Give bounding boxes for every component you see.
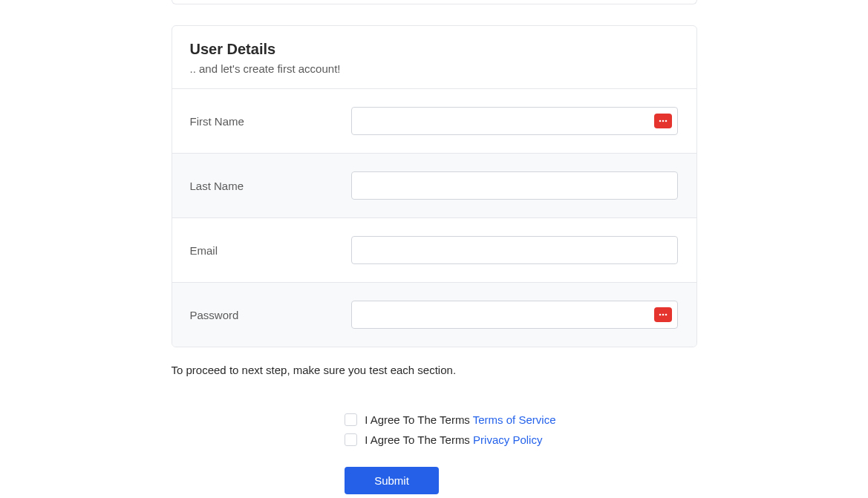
label-last-name: Last Name xyxy=(190,180,351,192)
password-manager-icon[interactable] xyxy=(654,114,672,128)
svg-point-5 xyxy=(665,314,668,316)
svg-point-4 xyxy=(662,314,665,316)
svg-point-1 xyxy=(662,120,665,122)
row-email: Email xyxy=(172,218,696,283)
agreement-privacy-label: I Agree To The Terms Privacy Policy xyxy=(365,433,542,446)
input-email[interactable] xyxy=(351,236,679,264)
card-header: User Details .. and let's create first a… xyxy=(172,26,696,89)
row-last-name: Last Name xyxy=(172,154,696,218)
row-first-name: First Name xyxy=(172,89,696,154)
svg-point-3 xyxy=(659,314,662,316)
label-password: Password xyxy=(190,309,351,321)
hint-text: To proceed to next step, make sure you t… xyxy=(172,364,697,376)
label-email: Email xyxy=(190,244,351,257)
svg-point-2 xyxy=(665,120,668,122)
svg-point-0 xyxy=(659,120,662,122)
checkbox-privacy[interactable] xyxy=(345,433,357,446)
link-privacy-policy[interactable]: Privacy Policy xyxy=(473,433,542,446)
submit-button[interactable]: Submit xyxy=(345,467,439,494)
card-subtitle: .. and let's create first account! xyxy=(190,62,679,75)
agreement-privacy-prefix: I Agree To The Terms xyxy=(365,433,473,446)
password-manager-icon[interactable] xyxy=(654,307,672,322)
label-first-name: First Name xyxy=(190,115,351,128)
link-terms-of-service[interactable]: Terms of Service xyxy=(473,413,556,426)
input-password[interactable] xyxy=(351,301,679,329)
input-first-name[interactable] xyxy=(351,107,679,135)
agreement-privacy-row: I Agree To The Terms Privacy Policy xyxy=(345,433,696,446)
user-details-card: User Details .. and let's create first a… xyxy=(172,25,697,347)
card-title: User Details xyxy=(190,41,679,58)
row-password: Password xyxy=(172,283,696,347)
input-last-name[interactable] xyxy=(351,171,679,200)
agreement-tos-label: I Agree To The Terms Terms of Service xyxy=(365,413,555,426)
agreements-block: I Agree To The Terms Terms of Service I … xyxy=(345,413,696,446)
previous-card-bottom xyxy=(172,0,697,4)
agreement-tos-prefix: I Agree To The Terms xyxy=(365,413,473,426)
agreement-tos-row: I Agree To The Terms Terms of Service xyxy=(345,413,696,426)
checkbox-tos[interactable] xyxy=(345,413,357,426)
